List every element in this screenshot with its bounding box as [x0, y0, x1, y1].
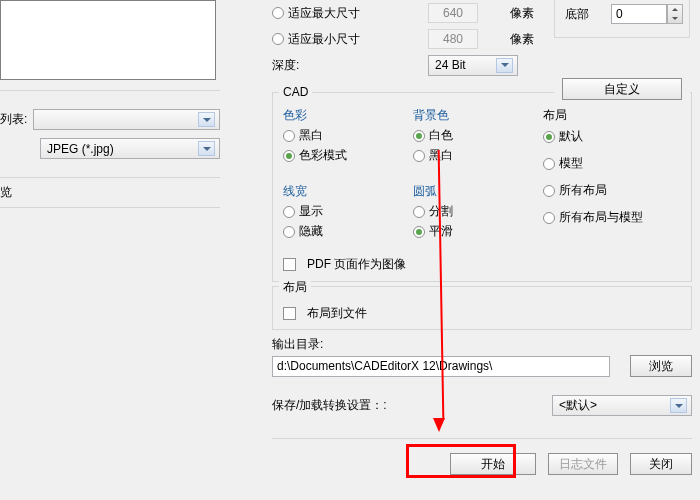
custom-button[interactable]: 自定义 [562, 78, 682, 100]
lw-title: 线宽 [283, 183, 393, 200]
layout-allmodel-label: 所有布局与模型 [559, 209, 643, 226]
chevron-down-icon [672, 17, 678, 20]
depth-value: 24 Bit [435, 58, 466, 72]
bg-black-label: 黑白 [429, 147, 453, 164]
layout-model-radio[interactable]: 模型 [543, 155, 683, 172]
arc-split-label: 分割 [429, 203, 453, 220]
radio-icon [543, 131, 555, 143]
lw-show-radio[interactable]: 显示 [283, 203, 393, 220]
pixel-unit: 像素 [510, 31, 534, 48]
margin-bottom-value: 0 [612, 7, 666, 21]
output-path-value: d:\Documents\CADEditorX 12\Drawings\ [277, 359, 492, 373]
fitmin-value: 480 [443, 32, 463, 46]
checkbox-icon [283, 307, 296, 320]
radio-icon [283, 130, 295, 142]
fitmax-input[interactable]: 640 [428, 3, 478, 23]
radio-icon [272, 7, 284, 19]
fitmax-radio-row[interactable]: 适应最大尺寸 [272, 5, 422, 22]
arc-split-radio[interactable]: 分割 [413, 203, 523, 220]
layout-all-radio[interactable]: 所有布局 [543, 182, 683, 199]
radio-icon [413, 226, 425, 238]
color-bw-radio[interactable]: 黑白 [283, 127, 393, 144]
annotation-highlight-box [406, 444, 516, 478]
chevron-down-icon [203, 118, 211, 122]
layout-title: 布局 [543, 107, 683, 124]
chevron-down-icon [675, 404, 683, 408]
layout-tofile-checkbox-row[interactable]: 布局到文件 [283, 305, 681, 322]
custom-button-label: 自定义 [604, 81, 640, 98]
chevron-down-icon [203, 147, 211, 151]
preview-label: 览 [0, 185, 12, 199]
separator [0, 207, 220, 208]
output-label: 输出目录: [272, 336, 692, 353]
fitmax-value: 640 [443, 6, 463, 20]
radio-icon [283, 226, 295, 238]
log-button-label: 日志文件 [559, 456, 607, 473]
radio-icon [543, 212, 555, 224]
radio-icon [413, 130, 425, 142]
settings-dropdown[interactable]: <默认> [552, 395, 692, 416]
fitmax-label: 适应最大尺寸 [288, 5, 360, 22]
separator [0, 177, 220, 178]
bg-white-label: 白色 [429, 127, 453, 144]
lw-hide-label: 隐藏 [299, 223, 323, 240]
radio-icon [272, 33, 284, 45]
margin-bottom-label: 底部 [565, 6, 605, 23]
radio-icon [413, 150, 425, 162]
radio-icon [543, 185, 555, 197]
radio-icon [413, 206, 425, 218]
checkbox-icon [283, 258, 296, 271]
margin-group: 底部 0 [554, 0, 690, 38]
chevron-up-icon [672, 8, 678, 11]
layout-default-label: 默认 [559, 128, 583, 145]
pixel-unit: 像素 [510, 5, 534, 22]
spinner-icon[interactable] [667, 4, 683, 24]
layout-file-title: 布局 [279, 279, 311, 296]
margin-bottom-input[interactable]: 0 [611, 4, 667, 24]
fitmin-radio-row[interactable]: 适应最小尺寸 [272, 31, 422, 48]
bg-white-radio[interactable]: 白色 [413, 127, 523, 144]
arc-title: 圆弧 [413, 183, 523, 200]
separator [0, 90, 220, 91]
layout-file-group: 布局 布局到文件 [272, 286, 692, 330]
annotation-arrow-head [433, 418, 445, 432]
list-dropdown[interactable] [33, 109, 220, 130]
preview-box [0, 0, 216, 80]
close-button-label: 关闭 [649, 456, 673, 473]
color-colormode-radio[interactable]: 色彩模式 [283, 147, 393, 164]
color-title: 色彩 [283, 107, 393, 124]
cad-group: CAD 色彩 黑白 色彩模式 线宽 显示 隐藏 背景色 白色 黑白 圆弧 [272, 92, 692, 282]
separator [272, 438, 692, 439]
fitmin-label: 适应最小尺寸 [288, 31, 360, 48]
depth-label: 深度: [272, 57, 422, 74]
layout-allmodel-radio[interactable]: 所有布局与模型 [543, 209, 683, 226]
radio-icon [543, 158, 555, 170]
close-button[interactable]: 关闭 [630, 453, 692, 475]
pdf-image-label: PDF 页面作为图像 [307, 256, 406, 273]
settings-label: 保存/加载转换设置：: [272, 397, 387, 414]
lw-show-label: 显示 [299, 203, 323, 220]
format-dropdown[interactable]: JPEG (*.jpg) [40, 138, 220, 159]
bg-black-radio[interactable]: 黑白 [413, 147, 523, 164]
browse-button-label: 浏览 [649, 358, 673, 375]
depth-dropdown[interactable]: 24 Bit [428, 55, 518, 76]
layout-model-label: 模型 [559, 155, 583, 172]
settings-value: <默认> [559, 397, 597, 414]
lw-hide-radio[interactable]: 隐藏 [283, 223, 393, 240]
format-dropdown-value: JPEG (*.jpg) [47, 142, 114, 156]
chevron-down-icon [501, 63, 509, 67]
layout-tofile-label: 布局到文件 [307, 305, 367, 322]
bg-title: 背景色 [413, 107, 523, 124]
color-bw-label: 黑白 [299, 127, 323, 144]
color-colormode-label: 色彩模式 [299, 147, 347, 164]
fitmin-input[interactable]: 480 [428, 29, 478, 49]
list-label: 列表: [0, 111, 27, 128]
log-button[interactable]: 日志文件 [548, 453, 618, 475]
layout-default-radio[interactable]: 默认 [543, 128, 683, 145]
arc-smooth-radio[interactable]: 平滑 [413, 223, 523, 240]
browse-button[interactable]: 浏览 [630, 355, 692, 377]
layout-all-label: 所有布局 [559, 182, 607, 199]
cad-group-title: CAD [279, 85, 312, 99]
radio-icon [283, 150, 295, 162]
pdf-image-checkbox-row[interactable]: PDF 页面作为图像 [283, 256, 406, 273]
